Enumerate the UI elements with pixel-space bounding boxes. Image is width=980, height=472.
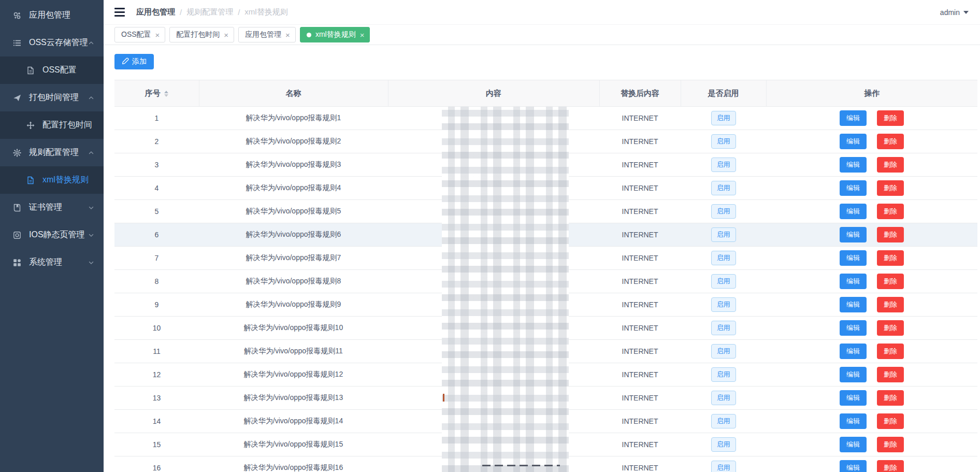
delete-button[interactable]: 删除 [877,110,904,126]
delete-button[interactable]: 删除 [877,297,904,312]
hamburger-menu-icon[interactable] [110,5,129,20]
dashboard-icon [12,11,22,20]
sidebar-item-6[interactable]: 规则配置管理 [0,139,104,166]
cell-index: 13 [114,387,199,410]
delete-button[interactable]: 删除 [877,344,904,359]
delete-button[interactable]: 删除 [877,204,904,219]
enable-button[interactable]: 启用 [711,251,736,265]
breadcrumb-item[interactable]: xml替换规则 [244,7,287,17]
tab-3[interactable]: 应用包管理 × [238,27,296,42]
enable-button[interactable]: 启用 [711,181,736,195]
edit-button[interactable]: 编辑 [840,390,867,406]
delete-button[interactable]: 删除 [877,437,904,452]
delete-button[interactable]: 删除 [877,157,904,173]
cell-name: 解决华为/vivo/oppo报毒规则11 [199,340,388,363]
cell-enabled: 启用 [681,107,766,130]
sidebar-item-2[interactable]: OSS云存储管理 [0,29,104,56]
enable-button[interactable]: 启用 [711,367,736,382]
cell-index: 7 [114,247,199,270]
edit-button[interactable]: 编辑 [840,204,867,219]
enable-button[interactable]: 启用 [711,111,736,125]
delete-button[interactable]: 删除 [877,274,904,289]
file-edit-icon [26,66,35,75]
enable-button[interactable]: 启用 [711,321,736,335]
edit-button[interactable]: 编辑 [840,110,867,126]
edit-button[interactable]: 编辑 [840,344,867,359]
delete-button[interactable]: 删除 [877,320,904,336]
file-edit-icon [26,176,35,185]
sidebar-item-10[interactable]: 系统管理 [0,249,104,276]
add-button[interactable]: 添加 [114,54,154,69]
enable-button[interactable]: 启用 [711,461,736,472]
tab-label: OSS配置 [121,30,151,39]
enable-button[interactable]: 启用 [711,274,736,289]
enable-button[interactable]: 启用 [711,158,736,172]
column-header-index[interactable]: 序号 [114,80,199,107]
sidebar-item-3[interactable]: OSS配置 [0,56,104,84]
cell-index: 1 [114,107,199,130]
edit-button[interactable]: 编辑 [840,274,867,289]
delete-button[interactable]: 删除 [877,227,904,242]
edit-button[interactable]: 编辑 [840,180,867,196]
sort-carets-icon[interactable] [164,91,168,97]
edit-button[interactable]: 编辑 [840,367,867,382]
chevron-up-icon [88,95,94,101]
delete-button[interactable]: 删除 [877,390,904,406]
edit-button[interactable]: 编辑 [840,157,867,173]
close-icon[interactable]: × [285,31,290,39]
breadcrumb-item[interactable]: 应用包管理 [136,7,175,17]
enable-button[interactable]: 启用 [711,437,736,452]
enable-button[interactable]: 启用 [711,297,736,312]
sidebar-item-9[interactable]: IOS静态页管理 [0,221,104,249]
edit-button[interactable]: 编辑 [840,297,867,312]
enable-button[interactable]: 启用 [711,204,736,219]
close-icon[interactable]: × [155,31,160,39]
user-menu[interactable]: admin [940,8,969,17]
cell-actions: 编辑 删除 [766,270,977,293]
close-icon[interactable]: × [224,31,228,39]
delete-button[interactable]: 删除 [877,460,904,472]
cell-actions: 编辑 删除 [766,223,977,247]
enable-button[interactable]: 启用 [711,134,736,149]
cell-name: 解决华为/vivo/oppo报毒规则9 [199,293,388,317]
close-icon[interactable]: × [360,31,365,39]
cell-replace-content: INTERNET [599,130,681,153]
edit-button[interactable]: 编辑 [840,460,867,472]
cell-name: 解决华为/vivo/oppo报毒规则2 [199,130,388,153]
edit-button[interactable]: 编辑 [840,437,867,452]
edit-button[interactable]: 编辑 [840,134,867,149]
tab-4[interactable]: xml替换规则 × [300,27,370,42]
edit-button[interactable]: 编辑 [840,250,867,266]
delete-button[interactable]: 删除 [877,134,904,149]
sidebar-item-label: IOS静态页管理 [29,230,85,240]
edit-button[interactable]: 编辑 [840,227,867,242]
edit-button[interactable]: 编辑 [840,413,867,429]
cell-enabled: 启用 [681,317,766,340]
enable-button[interactable]: 启用 [711,344,736,359]
cell-name: 解决华为/vivo/oppo报毒规则15 [199,433,388,456]
sidebar-item-label: 证书管理 [29,202,62,213]
sidebar-item-1[interactable]: 应用包管理 [0,2,104,29]
enable-button[interactable]: 启用 [711,227,736,242]
content-censor-overlay [442,107,569,472]
breadcrumb-item[interactable]: 规则配置管理 [186,7,233,17]
sidebar-item-4[interactable]: 打包时间管理 [0,84,104,111]
delete-button[interactable]: 删除 [877,180,904,196]
edit-button[interactable]: 编辑 [840,320,867,336]
enable-button[interactable]: 启用 [711,414,736,428]
tab-1[interactable]: OSS配置 × [114,27,165,42]
cell-name: 解决华为/vivo/oppo报毒规则13 [199,387,388,410]
enable-button[interactable]: 启用 [711,391,736,405]
sidebar-item-8[interactable]: 证书管理 [0,194,104,221]
delete-button[interactable]: 删除 [877,250,904,266]
pencil-icon [122,58,129,66]
delete-button[interactable]: 删除 [877,367,904,382]
sidebar-item-5[interactable]: 配置打包时间 [0,111,104,139]
delete-button[interactable]: 删除 [877,413,904,429]
breadcrumb-separator: / [180,8,182,17]
sidebar-item-label: OSS云存储管理 [29,37,88,48]
tab-bar: OSS配置 × 配置打包时间 × 应用包管理 × xml替换规则 × [104,25,980,45]
sidebar-item-7[interactable]: xml替换规则 [0,166,104,194]
tab-2[interactable]: 配置打包时间 × [169,27,234,42]
cell-name: 解决华为/vivo/oppo报毒规则14 [199,410,388,433]
